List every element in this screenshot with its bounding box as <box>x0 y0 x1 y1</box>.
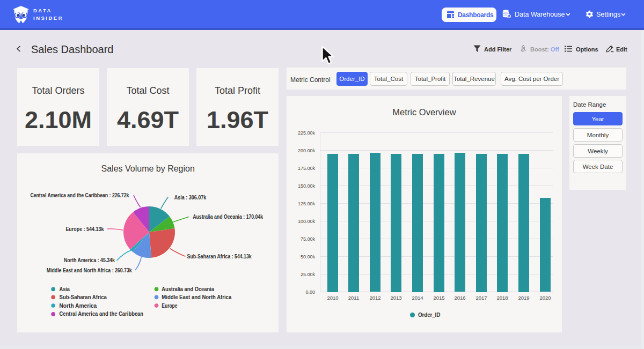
svg-text:Asia: Asia <box>60 286 70 292</box>
svg-text:Sales Volume by Region: Sales Volume by Region <box>101 164 195 173</box>
svg-text:Middle East and North Africa :: Middle East and North Africa : 260.73k <box>47 268 132 273</box>
svg-text:Australia and Oceania : 170.04: Australia and Oceania : 170.04k <box>193 214 263 220</box>
svg-text:Australia and Oceania: Australia and Oceania <box>162 286 214 292</box>
svg-text:North America : 45.34k: North America : 45.34k <box>64 257 115 263</box>
svg-text:Europe: Europe <box>162 303 178 309</box>
svg-text:Central America and the Caribb: Central America and the Caribbean <box>60 311 144 317</box>
svg-text:Middle East and North Africa: Middle East and North Africa <box>162 294 231 300</box>
svg-text:North America: North America <box>60 303 97 309</box>
svg-text:Central America and the Caribb: Central America and the Caribbean : 226.… <box>30 192 129 198</box>
svg-text:Sub-Saharan Africa: Sub-Saharan Africa <box>60 294 107 300</box>
svg-text:Sub-Saharan Africa : 544.13k: Sub-Saharan Africa : 544.13k <box>187 254 252 259</box>
svg-text:Asia : 306.07k: Asia : 306.07k <box>174 195 207 201</box>
svg-text:Europe : 544.13k: Europe : 544.13k <box>65 226 104 232</box>
